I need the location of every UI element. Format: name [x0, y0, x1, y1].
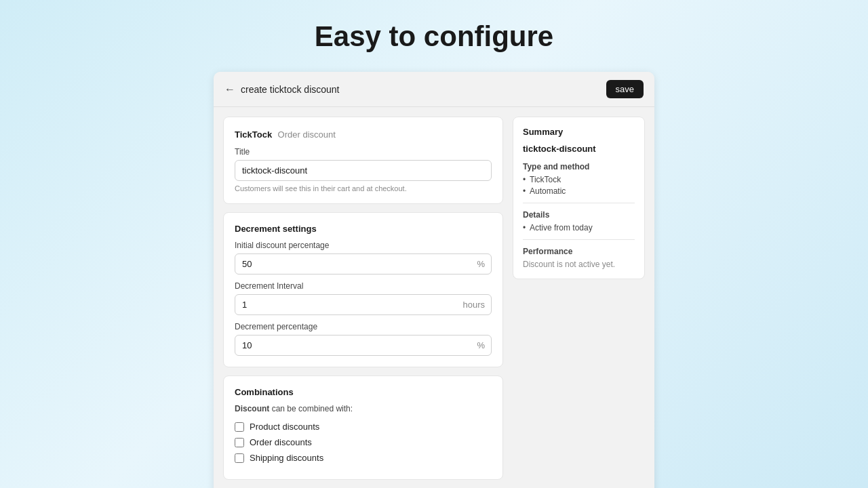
- header-title: create ticktock discount: [241, 84, 340, 95]
- combinations-card: Combinations Discount can be combined wi…: [223, 375, 503, 480]
- initial-discount-input[interactable]: [235, 253, 492, 274]
- title-field-label: Title: [235, 147, 492, 157]
- decrement-pct-label: Decrement percentage: [235, 322, 492, 331]
- performance-text: Discount is not active yet.: [523, 260, 635, 269]
- initial-discount-wrapper: %: [235, 253, 492, 274]
- page-title: Easy to configure: [315, 20, 553, 53]
- summary-discount-name: ticktock-discount: [523, 144, 635, 154]
- back-arrow-icon[interactable]: ←: [224, 83, 235, 96]
- title-input[interactable]: [235, 160, 492, 181]
- sidebar: Summary ticktock-discount Type and metho…: [513, 117, 645, 488]
- app-container: ← create ticktock discount save TickTock…: [214, 72, 654, 488]
- order-discounts-checkbox[interactable]: [235, 438, 244, 447]
- shipping-discounts-checkbox[interactable]: [235, 453, 244, 463]
- combinations-title: Combinations: [235, 387, 492, 397]
- discount-type-sub: Order discount: [278, 129, 336, 140]
- summary-details-label: Details: [523, 210, 635, 220]
- summary-type-item-1: Automatic: [523, 186, 635, 196]
- decrement-section-title: Decrement settings: [235, 224, 492, 234]
- title-card: TickTock Order discount Title Customers …: [223, 117, 503, 204]
- discount-type-label: TickTock: [235, 129, 272, 140]
- app-body: TickTock Order discount Title Customers …: [214, 107, 654, 488]
- interval-wrapper: hours: [235, 294, 492, 315]
- interval-input[interactable]: [235, 294, 492, 315]
- summary-card: Summary ticktock-discount Type and metho…: [513, 117, 645, 279]
- app-header: ← create ticktock discount save: [214, 72, 654, 107]
- product-discounts-checkbox[interactable]: [235, 422, 244, 432]
- decrement-pct-suffix: %: [477, 340, 485, 350]
- summary-divider-1: [523, 203, 635, 203]
- header-left: ← create ticktock discount: [224, 83, 340, 96]
- performance-label: Performance: [523, 247, 635, 256]
- combinations-desc: Discount can be combined with:: [235, 404, 492, 413]
- summary-type-method-label: Type and method: [523, 162, 635, 171]
- interval-label: Decrement Interval: [235, 281, 492, 291]
- interval-suffix: hours: [462, 300, 485, 310]
- summary-type-item-0: TickTock: [523, 175, 635, 184]
- decrement-pct-wrapper: %: [235, 335, 492, 356]
- order-discounts-row: Order discounts: [235, 437, 492, 447]
- order-discounts-label: Order discounts: [250, 437, 312, 447]
- product-discounts-row: Product discounts: [235, 422, 492, 432]
- shipping-discounts-label: Shipping discounts: [250, 453, 323, 463]
- summary-title: Summary: [523, 127, 635, 137]
- summary-divider-2: [523, 239, 635, 240]
- decrement-settings-card: Decrement settings Initial discount perc…: [223, 212, 503, 367]
- summary-details-item-0: Active from today: [523, 223, 635, 232]
- combinations-discount-word: Discount: [235, 404, 269, 413]
- decrement-pct-input[interactable]: [235, 335, 492, 356]
- product-discounts-label: Product discounts: [250, 422, 319, 432]
- main-content: TickTock Order discount Title Customers …: [223, 117, 503, 488]
- save-button[interactable]: save: [606, 80, 644, 98]
- initial-discount-suffix: %: [477, 259, 485, 269]
- title-helper-text: Customers will see this in their cart an…: [235, 184, 492, 192]
- initial-discount-label: Initial discount percentage: [235, 241, 492, 250]
- shipping-discounts-row: Shipping discounts: [235, 453, 492, 463]
